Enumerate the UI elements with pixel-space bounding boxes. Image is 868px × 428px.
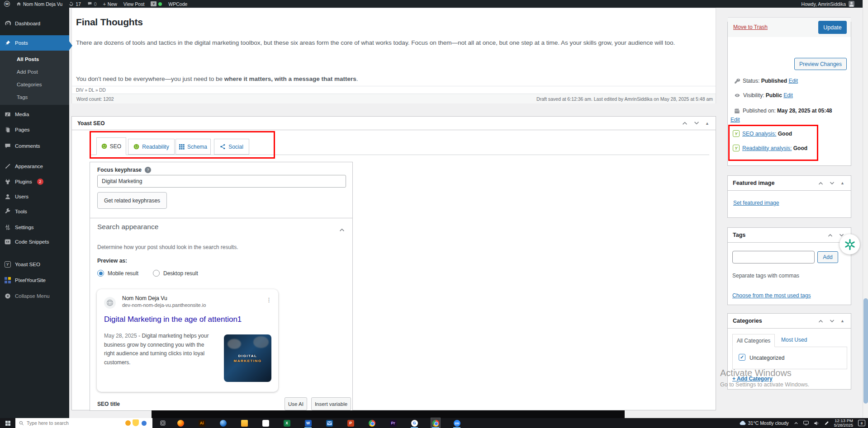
sidebar-item-users[interactable]: Users — [0, 190, 69, 203]
search-input[interactable] — [27, 420, 99, 426]
seo-analysis-link[interactable]: SEO analysis: — [742, 131, 776, 137]
comments-menu[interactable]: 0 — [87, 1, 97, 7]
taskbar-app-firefox[interactable] — [176, 418, 185, 428]
wpcode-menu[interactable]: WPCode — [168, 1, 187, 7]
tab-seo[interactable]: SEO — [96, 137, 126, 155]
task-view-button[interactable] — [156, 420, 170, 426]
sidebar-item-dashboard[interactable]: Dashboard — [0, 17, 69, 30]
network-icon[interactable] — [803, 421, 809, 425]
insert-variable-button[interactable]: Insert variable — [311, 397, 351, 410]
set-featured-image-link[interactable]: Set featured image — [733, 200, 779, 206]
notification-center[interactable]: 8 — [858, 420, 865, 426]
weather-widget[interactable]: 31°C Mostly cloudy — [740, 420, 789, 426]
desktop-result-radio[interactable] — [153, 270, 160, 277]
submenu-item-all-posts[interactable]: All Posts — [0, 53, 69, 65]
taskbar-app-chrome[interactable] — [367, 418, 376, 428]
choose-most-used-tags-link[interactable]: Choose from the most used tags — [732, 292, 811, 299]
taskbar-app-mail[interactable] — [325, 418, 334, 428]
volume-icon[interactable] — [814, 421, 819, 426]
new-menu[interactable]: + New — [103, 1, 117, 7]
tab-most-used[interactable]: Most Used — [781, 337, 807, 343]
preview-changes-button[interactable]: Preview Changes — [794, 58, 847, 70]
sidebar-item-pixelyoursite[interactable]: PixelYourSite — [0, 274, 69, 287]
focus-keyphrase-input[interactable] — [97, 175, 346, 188]
wp-logo-menu[interactable]: W — [0, 1, 10, 7]
taskbar-app-powerpoint[interactable]: P — [346, 418, 355, 428]
tab-social[interactable]: Social — [214, 139, 249, 155]
sidebar-item-yoast-seo[interactable]: Y Yoast SEO — [0, 258, 69, 271]
move-up-icon[interactable] — [682, 121, 688, 125]
taskbar-app-google[interactable]: G — [410, 418, 419, 428]
yoast-admin-menu[interactable]: Y — [151, 1, 162, 6]
tab-readability[interactable]: Readability — [128, 139, 175, 155]
sidebar-item-comments[interactable]: Comments — [0, 140, 69, 152]
sidebar-item-media[interactable]: Media — [0, 108, 69, 121]
edit-published-link[interactable]: Edit — [730, 117, 740, 123]
move-to-trash-link[interactable]: Move to Trash — [733, 24, 768, 30]
edit-visibility-link[interactable]: Edit — [783, 92, 793, 99]
chatgpt-bubble[interactable] — [840, 234, 860, 254]
view-post-menu[interactable]: View Post — [123, 1, 145, 7]
edit-status-link[interactable]: Edit — [788, 78, 798, 84]
move-down-icon[interactable] — [829, 319, 835, 323]
move-down-icon[interactable] — [829, 181, 835, 185]
collapse-toggle-icon[interactable]: ▲ — [840, 319, 844, 323]
move-up-icon[interactable] — [827, 233, 833, 237]
taskbar-app-file-explorer[interactable] — [240, 418, 249, 428]
taskbar-app-premiere[interactable]: Pr — [389, 418, 398, 428]
get-related-keyphrases-button[interactable]: Get related keyphrases — [97, 192, 167, 209]
move-down-icon[interactable] — [693, 121, 700, 125]
updates-menu[interactable]: 17 — [69, 1, 81, 7]
metabox-header[interactable]: Yoast SEO ▲ — [72, 117, 716, 130]
new-tag-input[interactable] — [732, 251, 815, 263]
start-button[interactable] — [0, 418, 15, 428]
submenu-item-add-post[interactable]: Add Post — [0, 66, 69, 78]
use-ai-button[interactable]: Use AI — [285, 397, 307, 410]
panel-header[interactable]: Categories ▲ — [728, 314, 851, 329]
move-up-icon[interactable] — [818, 181, 824, 185]
move-up-icon[interactable] — [818, 319, 824, 323]
readability-analysis-link[interactable]: Readability analysis: — [742, 145, 792, 151]
uncategorized-checkbox[interactable]: ✓ — [739, 354, 745, 361]
tab-schema[interactable]: Schema — [175, 139, 211, 155]
collapse-section-icon[interactable] — [339, 226, 345, 234]
sidebar-item-tools[interactable]: Tools — [0, 205, 69, 218]
sidebar-item-collapse-menu[interactable]: Collapse Menu — [0, 290, 69, 302]
sidebar-item-plugins[interactable]: Plugins 2 — [0, 175, 69, 188]
sidebar-item-posts[interactable]: Posts — [0, 35, 69, 51]
preview-title[interactable]: Digital Marketing in the age of attentio… — [104, 315, 242, 324]
collapse-toggle-icon[interactable]: ▲ — [705, 121, 709, 126]
collapse-toggle-icon[interactable]: ▲ — [840, 181, 844, 185]
pen-icon[interactable] — [824, 421, 829, 426]
sidebar-item-code-snippets[interactable]: Code Snippets — [0, 235, 69, 248]
kebab-menu-icon[interactable]: ⋮ — [266, 296, 272, 303]
sidebar-item-settings[interactable]: Settings — [0, 221, 69, 234]
taskbar-clock[interactable]: 12:13 PM 5/28/2025 — [834, 419, 853, 428]
submenu-item-categories[interactable]: Categories — [0, 79, 69, 90]
submenu-item-tags[interactable]: Tags — [0, 91, 69, 103]
tab-all-categories[interactable]: All Categories — [732, 334, 775, 347]
scrollbar-thumb[interactable] — [863, 298, 868, 404]
help-icon[interactable]: ? — [145, 167, 151, 173]
account-menu[interactable]: Howdy, AmrinSiddika — [802, 1, 854, 7]
page-scrollbar[interactable] — [863, 0, 868, 418]
taskbar-app-zoom[interactable]: zm — [452, 418, 461, 428]
taskbar-app-illustrator[interactable]: Ai — [197, 418, 206, 428]
taskbar-app-chrome-active[interactable] — [431, 418, 440, 428]
panel-header[interactable]: Featured image ▲ — [728, 176, 851, 191]
element-path-bar[interactable]: DIV » DL » DD — [72, 86, 716, 94]
show-hidden-icons[interactable] — [794, 421, 798, 425]
taskbar-app-photos[interactable] — [261, 418, 270, 428]
mobile-result-radio[interactable] — [97, 270, 104, 277]
add-category-link[interactable]: + Add Category — [732, 376, 773, 382]
panel-header[interactable]: Tags — [728, 228, 851, 243]
taskbar-app-word[interactable]: W — [304, 418, 313, 428]
site-name-menu[interactable]: Nom Nom Deja Vu — [16, 1, 62, 7]
taskbar-app-excel[interactable]: X — [282, 418, 291, 428]
taskbar-search[interactable] — [15, 418, 152, 428]
sidebar-item-pages[interactable]: Pages — [0, 123, 69, 136]
update-button[interactable]: Update — [818, 21, 847, 34]
sidebar-item-appearance[interactable]: Appearance — [0, 160, 69, 173]
add-tag-button[interactable]: Add — [817, 251, 838, 263]
taskbar-app-sphere[interactable] — [218, 418, 228, 428]
